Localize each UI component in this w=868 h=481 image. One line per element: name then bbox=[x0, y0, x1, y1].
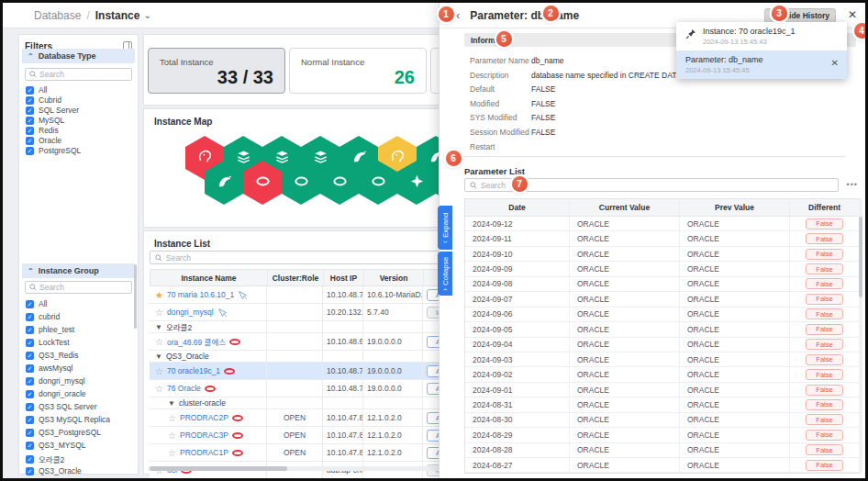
favorite-star-icon[interactable]: ☆ bbox=[155, 337, 163, 347]
filter-checkbox-item[interactable]: ✓Redis bbox=[26, 126, 59, 135]
parameter-row[interactable]: 2024-08-30ORACLEORACLEFalse bbox=[465, 413, 860, 428]
checkbox-checked-icon[interactable]: ✓ bbox=[26, 147, 34, 155]
favorite-star-icon[interactable]: ☆ bbox=[155, 308, 163, 318]
filter-checkbox-item[interactable]: ✓phlee_test bbox=[26, 325, 74, 334]
checkbox-checked-icon[interactable]: ✓ bbox=[26, 127, 34, 135]
checkbox-checked-icon[interactable]: ✓ bbox=[26, 117, 34, 125]
filter-checkbox-item[interactable]: ✓PostgreSQL bbox=[26, 146, 81, 155]
caret-down-icon[interactable]: ▼ bbox=[155, 352, 162, 361]
favorite-star-icon[interactable]: ☆ bbox=[168, 413, 176, 423]
filter-section-header[interactable]: ⌃Instance Group bbox=[22, 263, 135, 278]
breadcrumb-root[interactable]: Database bbox=[34, 9, 81, 22]
scrollbar-thumb[interactable] bbox=[150, 466, 287, 471]
parameter-row[interactable]: 2024-09-11ORACLEORACLEFalse bbox=[465, 231, 860, 246]
instance-name-link[interactable]: ora_48.69 클에스 bbox=[167, 336, 226, 347]
filter-checkbox-item[interactable]: ✓QS3_Oracle bbox=[26, 466, 82, 475]
summary-card[interactable]: Normal Instance26 bbox=[289, 48, 427, 94]
filter-search-input[interactable]: Search bbox=[25, 68, 132, 81]
filter-checkbox-item[interactable]: ✓오라클2 bbox=[26, 453, 64, 464]
more-menu-icon[interactable]: ••• bbox=[847, 180, 858, 189]
instance-list-search-input[interactable]: Search bbox=[150, 251, 487, 264]
parameter-row[interactable]: 2024-09-05ORACLEORACLEFalse bbox=[465, 322, 860, 337]
scrollbar-thumb[interactable] bbox=[859, 217, 862, 297]
instance-name-link[interactable]: PRODRAC3P bbox=[180, 431, 228, 440]
checkbox-checked-icon[interactable]: ✓ bbox=[26, 326, 34, 334]
parameter-row[interactable]: 2024-08-27ORACLEORACLEFalse bbox=[465, 458, 860, 473]
caret-down-icon[interactable]: ▼ bbox=[155, 323, 162, 331]
parameter-row[interactable]: 2024-09-08ORACLEORACLEFalse bbox=[465, 277, 860, 292]
back-icon[interactable]: ‹ bbox=[456, 8, 460, 22]
checkbox-checked-icon[interactable]: ✓ bbox=[26, 467, 34, 475]
checkbox-checked-icon[interactable]: ✓ bbox=[26, 429, 34, 437]
favorite-star-icon[interactable]: ★ bbox=[155, 290, 163, 300]
filter-checkbox-item[interactable]: ✓LockTest bbox=[26, 338, 70, 347]
checkbox-checked-icon[interactable]: ✓ bbox=[26, 390, 34, 398]
close-icon[interactable]: ✕ bbox=[831, 59, 839, 68]
filter-checkbox-item[interactable]: ✓cubrid bbox=[26, 312, 60, 321]
sidebar-scrollbar[interactable] bbox=[134, 264, 137, 329]
checkbox-checked-icon[interactable]: ✓ bbox=[26, 300, 34, 308]
parameter-row[interactable]: 2024-08-28ORACLEORACLEFalse bbox=[465, 443, 860, 458]
instance-name-link[interactable]: 70 oracle19c_1 bbox=[167, 366, 220, 375]
checkbox-checked-icon[interactable]: ✓ bbox=[26, 352, 34, 360]
instance-name-link[interactable]: PRODRAC1P bbox=[180, 448, 228, 457]
filter-checkbox-item[interactable]: ✓All bbox=[26, 85, 47, 95]
instance-name-link[interactable]: 76 Oracle bbox=[167, 384, 201, 393]
vertical-scrollbar[interactable] bbox=[859, 198, 862, 473]
filter-checkbox-item[interactable]: ✓QS3_Redis bbox=[26, 351, 78, 360]
favorite-star-icon[interactable]: ☆ bbox=[168, 431, 176, 441]
history-popup-item[interactable]: Instance: 70 oracle19c_12024-09-13 15:45… bbox=[676, 22, 847, 50]
instance-name-link[interactable]: 70 maria 10.6.10_1 bbox=[167, 290, 234, 299]
collapse-tab[interactable]: › Collapse bbox=[438, 252, 452, 296]
close-icon[interactable]: ✕ bbox=[848, 9, 857, 20]
instance-name-link[interactable]: PRODRAC2P bbox=[180, 413, 228, 422]
checkbox-checked-icon[interactable]: ✓ bbox=[26, 137, 34, 145]
filter-checkbox-item[interactable]: ✓Oracle bbox=[26, 136, 61, 145]
filter-checkbox-item[interactable]: ✓QS3_MYSQL bbox=[26, 441, 86, 450]
parameter-row[interactable]: 2024-09-10ORACLEORACLEFalse bbox=[465, 247, 860, 262]
filter-checkbox-item[interactable]: ✓QS3 MySQL Replica bbox=[26, 415, 110, 424]
checkbox-checked-icon[interactable]: ✓ bbox=[26, 86, 34, 95]
parameter-row[interactable]: 2024-09-12ORACLEORACLEFalse bbox=[465, 217, 860, 231]
parameter-row[interactable]: 2024-09-07ORACLEORACLEFalse bbox=[465, 292, 860, 307]
parameter-row[interactable]: 2024-09-03ORACLEORACLEFalse bbox=[465, 352, 860, 367]
checkbox-checked-icon[interactable]: ✓ bbox=[26, 403, 34, 411]
checkbox-checked-icon[interactable]: ✓ bbox=[26, 377, 34, 386]
filter-checkbox-item[interactable]: ✓SQL Server bbox=[26, 106, 79, 115]
checkbox-checked-icon[interactable]: ✓ bbox=[26, 416, 34, 424]
breadcrumb-current[interactable]: Instance bbox=[95, 9, 140, 22]
checkbox-checked-icon[interactable]: ✓ bbox=[26, 339, 34, 347]
filter-search-input[interactable]: Search bbox=[25, 281, 132, 294]
checkbox-checked-icon[interactable]: ✓ bbox=[26, 96, 34, 105]
parameter-row[interactable]: 2024-09-06ORACLEORACLEFalse bbox=[465, 308, 860, 322]
filter-checkbox-item[interactable]: ✓QS3 SQL Server bbox=[26, 402, 96, 411]
checkbox-checked-icon[interactable]: ✓ bbox=[26, 442, 34, 450]
parameter-row[interactable]: 2024-09-01ORACLEORACLEFalse bbox=[465, 383, 860, 397]
filter-checkbox-item[interactable]: ✓MySQL bbox=[26, 116, 64, 125]
expand-tab[interactable]: ‹ Expand bbox=[438, 206, 452, 250]
filter-checkbox-item[interactable]: ✓Cubrid bbox=[26, 95, 61, 105]
parameter-row[interactable]: 2024-08-29ORACLEORACLEFalse bbox=[465, 428, 860, 442]
filter-checkbox-item[interactable]: ✓QS3_PostgreSQL bbox=[26, 428, 101, 437]
parameter-row[interactable]: 2024-08-31ORACLEORACLEFalse bbox=[465, 397, 860, 412]
parameter-row[interactable]: 2024-09-09ORACLEORACLEFalse bbox=[465, 262, 860, 276]
favorite-star-icon[interactable]: ☆ bbox=[155, 384, 163, 394]
parameter-row[interactable]: 2024-09-02ORACLEORACLEFalse bbox=[465, 367, 860, 382]
checkbox-checked-icon[interactable]: ✓ bbox=[26, 106, 34, 115]
filter-checkbox-item[interactable]: ✓All bbox=[26, 299, 47, 308]
favorite-star-icon[interactable]: ☆ bbox=[155, 366, 163, 376]
filter-section-header[interactable]: ⌃Database Type bbox=[22, 49, 135, 63]
filter-checkbox-item[interactable]: ✓dongri_oracle bbox=[26, 389, 86, 398]
checkbox-checked-icon[interactable]: ✓ bbox=[26, 455, 34, 464]
instance-name-link[interactable]: dongri_mysql bbox=[167, 308, 214, 317]
summary-card[interactable]: Total Instance33 / 33 bbox=[148, 48, 285, 94]
favorite-star-icon[interactable]: ☆ bbox=[168, 448, 176, 458]
checkbox-checked-icon[interactable]: ✓ bbox=[26, 364, 34, 373]
chevron-down-icon[interactable]: ⌄ bbox=[143, 10, 150, 20]
history-popup-item[interactable]: Parameter: db_name2024-09-13 15:45:45✕ bbox=[676, 50, 847, 79]
checkbox-checked-icon[interactable]: ✓ bbox=[26, 313, 34, 321]
filter-checkbox-item[interactable]: ✓awsMysql bbox=[26, 364, 72, 373]
horizontal-scrollbar[interactable] bbox=[148, 466, 487, 471]
caret-down-icon[interactable]: ▼ bbox=[168, 399, 175, 408]
filter-checkbox-item[interactable]: ✓dongri_mysql bbox=[26, 376, 85, 386]
